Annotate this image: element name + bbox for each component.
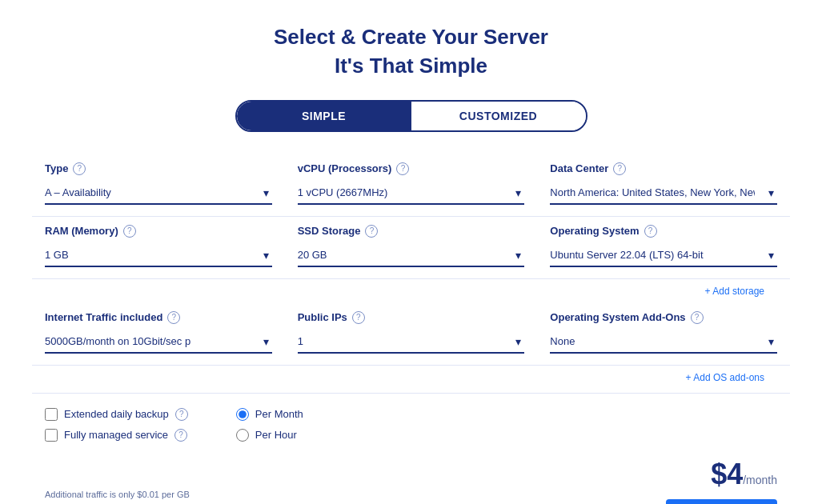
price-period: /month [743,474,777,486]
datacenter-group: Data Center ? North America: United Stat… [537,154,790,217]
ssd-select[interactable]: 20 GB 40 GB [298,244,525,267]
ram-select-wrapper: 1 GB 2 GB ▾ [45,244,272,267]
fully-managed-checkbox[interactable] [45,429,58,442]
checkbox-group: Extended daily backup ? Fully managed se… [45,408,188,442]
datacenter-select[interactable]: North America: United States, New York, … [550,182,777,205]
public-ips-select-wrapper: 1 2 3 ▾ [298,330,525,354]
fully-managed-help-icon[interactable]: ? [174,429,187,442]
ssd-help-icon[interactable]: ? [365,225,378,238]
internet-traffic-label: Internet Traffic included [45,311,162,323]
internet-traffic-select-wrapper: 5000GB/month on 10Gbit/sec p ▾ [45,330,272,354]
type-label-row: Type ? [45,162,272,175]
internet-traffic-label-row: Internet Traffic included ? [45,311,272,324]
page-header: Select & Create Your Server It's That Si… [32,22,790,81]
config-form: Type ? A – Availability B – Burst ▾ vCPU… [32,154,790,393]
os-label-row: Operating System ? [550,225,777,238]
datacenter-help-icon[interactable]: ? [613,162,626,175]
vcpu-group: vCPU (Processors) ? 1 vCPU (2667MHz) 2 v… [285,154,538,217]
type-help-icon[interactable]: ? [73,162,86,175]
datacenter-select-wrapper: North America: United States, New York, … [550,182,777,205]
ram-label: RAM (Memory) [45,225,118,237]
public-ips-label-row: Public IPs ? [298,311,525,324]
os-help-icon[interactable]: ? [644,225,657,238]
internet-traffic-help-icon[interactable]: ? [167,311,180,324]
per-month-label: Per Month [255,408,303,420]
extended-backup-checkbox[interactable] [45,408,58,421]
public-ips-label: Public IPs [298,311,347,323]
ssd-label: SSD Storage [298,225,361,237]
os-addons-help-icon[interactable]: ? [691,311,704,324]
toggle-container: SIMPLE CUSTOMIZED [235,100,587,132]
add-storage-row: + Add storage [32,279,790,303]
vcpu-select[interactable]: 1 vCPU (2667MHz) 2 vCPU [298,182,525,205]
vcpu-help-icon[interactable]: ? [396,162,409,175]
add-storage-link[interactable]: + Add storage [692,282,777,300]
datacenter-label-row: Data Center ? [550,162,777,175]
extended-backup-label: Extended daily backup [64,408,169,420]
page-title: Select & Create Your Server It's That Si… [32,22,790,81]
extended-backup-item: Extended daily backup ? [45,408,188,421]
add-os-addons-link[interactable]: + Add OS add-ons [673,369,777,390]
info-line1: Additional traffic is only $0.01 per GB [45,487,239,502]
type-select-wrapper: A – Availability B – Burst ▾ [45,182,272,205]
public-ips-select[interactable]: 1 2 3 [298,330,525,354]
public-ips-help-icon[interactable]: ? [352,311,365,324]
type-group: Type ? A – Availability B – Burst ▾ [32,154,285,217]
os-addons-select-wrapper: None ▾ [550,330,777,354]
internet-traffic-group: Internet Traffic included ? 5000GB/month… [32,303,285,366]
ram-help-icon[interactable]: ? [123,225,136,238]
title-line1: Select & Create Your Server [274,25,548,49]
type-label: Type [45,162,68,174]
ssd-select-wrapper: 20 GB 40 GB ▾ [298,244,525,267]
datacenter-label: Data Center [550,162,608,174]
ram-select[interactable]: 1 GB 2 GB [45,244,272,267]
type-select[interactable]: A – Availability B – Burst [45,182,272,205]
ssd-group: SSD Storage ? 20 GB 40 GB ▾ [285,217,538,279]
os-addons-select[interactable]: None [550,330,777,354]
os-addons-label: Operating System Add-Ons [550,311,685,323]
per-hour-item: Per Hour [236,429,303,442]
price-display: $4/month [711,458,777,491]
signup-button[interactable]: Sign Up [666,499,777,504]
price-value: $4 [711,458,743,490]
ssd-label-row: SSD Storage ? [298,225,525,238]
price-signup-area: $4/month Sign Up [666,458,777,504]
toggle-bar: SIMPLE CUSTOMIZED [32,100,790,132]
os-select[interactable]: Ubuntu Server 22.04 (LTS) 64-bit [550,244,777,267]
per-hour-label: Per Hour [255,429,297,441]
extended-backup-help-icon[interactable]: ? [175,408,188,421]
add-os-addons-row: + Add OS add-ons [32,366,790,393]
fully-managed-item: Fully managed service ? [45,429,188,442]
vcpu-select-wrapper: 1 vCPU (2667MHz) 2 vCPU ▾ [298,182,525,205]
os-label: Operating System [550,225,639,237]
per-month-radio[interactable] [236,408,249,421]
os-addons-label-row: Operating System Add-Ons ? [550,311,777,324]
os-group: Operating System ? Ubuntu Server 22.04 (… [537,217,790,279]
billing-radio-group: Per Month Per Hour [236,408,303,442]
ram-label-row: RAM (Memory) ? [45,225,272,238]
per-month-item: Per Month [236,408,303,421]
os-select-wrapper: Ubuntu Server 22.04 (LTS) 64-bit ▾ [550,244,777,267]
title-line2: It's That Simple [335,54,487,78]
ram-group: RAM (Memory) ? 1 GB 2 GB ▾ [32,217,285,279]
vcpu-label-row: vCPU (Processors) ? [298,162,525,175]
os-addons-group: Operating System Add-Ons ? None ▾ [537,303,790,366]
per-hour-radio[interactable] [236,429,249,442]
public-ips-group: Public IPs ? 1 2 3 ▾ [285,303,538,366]
simple-toggle-button[interactable]: SIMPLE [237,102,411,130]
customized-toggle-button[interactable]: CUSTOMIZED [411,102,586,130]
main-page: Select & Create Your Server It's That Si… [0,0,822,504]
footer-section: Additional traffic is only $0.01 per GB … [32,450,790,504]
vcpu-label: vCPU (Processors) [298,162,392,174]
options-section: Extended daily backup ? Fully managed se… [32,394,790,450]
fully-managed-label: Fully managed service [64,429,168,441]
internet-traffic-select[interactable]: 5000GB/month on 10Gbit/sec p [45,330,272,354]
info-text-block: Additional traffic is only $0.01 per GB … [45,487,239,504]
